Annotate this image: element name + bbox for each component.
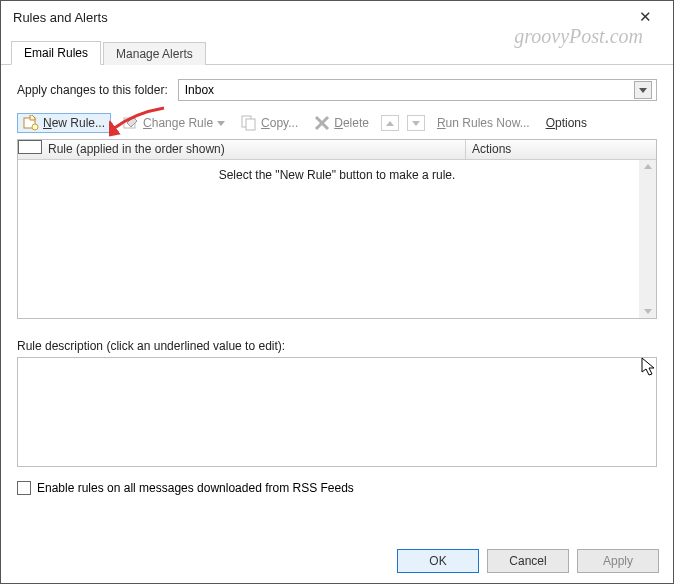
column-checkbox[interactable] (18, 140, 42, 154)
move-up-button[interactable] (381, 115, 399, 131)
description-label: Rule description (click an underlined va… (17, 339, 657, 353)
folder-select[interactable]: Inbox (178, 79, 657, 101)
move-down-button[interactable] (407, 115, 425, 131)
rss-checkbox-label: Enable rules on all messages downloaded … (37, 481, 354, 495)
dropdown-button[interactable] (634, 81, 652, 99)
copy-icon (241, 115, 257, 131)
rss-checkbox[interactable] (17, 481, 31, 495)
tab-email-rules[interactable]: Email Rules (11, 41, 101, 65)
dialog-content: Apply changes to this folder: Inbox New … (1, 65, 673, 505)
change-rule-icon (123, 115, 139, 131)
dialog-footer: OK Cancel Apply (397, 549, 659, 573)
rules-listbox[interactable]: Rule (applied in the order shown) Action… (17, 139, 657, 319)
triangle-up-icon (386, 121, 394, 126)
delete-button[interactable]: Delete (310, 113, 373, 133)
chevron-down-icon (217, 121, 225, 126)
run-rules-label: Run Rules Now... (437, 116, 530, 130)
folder-value: Inbox (185, 83, 634, 97)
title-bar: Rules and Alerts ✕ (1, 1, 673, 33)
new-rule-icon (23, 115, 39, 131)
rules-empty-message: Select the "New Rule" button to make a r… (18, 160, 656, 190)
svg-point-1 (32, 124, 38, 130)
change-rule-label: Change Rule (143, 116, 213, 130)
toolbar: New Rule... Change Rule Copy... Delete R… (17, 113, 657, 133)
chevron-down-icon (639, 88, 647, 93)
copy-button[interactable]: Copy... (237, 113, 302, 133)
window-title: Rules and Alerts (13, 10, 625, 25)
new-rule-button[interactable]: New Rule... (17, 113, 111, 133)
triangle-down-icon (412, 121, 420, 126)
copy-label: Copy... (261, 116, 298, 130)
column-rule[interactable]: Rule (applied in the order shown) (42, 140, 466, 159)
folder-row: Apply changes to this folder: Inbox (17, 79, 657, 101)
new-rule-label: New Rule... (43, 116, 105, 130)
cancel-button[interactable]: Cancel (487, 549, 569, 573)
change-rule-button[interactable]: Change Rule (119, 113, 229, 133)
folder-label: Apply changes to this folder: (17, 83, 168, 97)
delete-label: Delete (334, 116, 369, 130)
description-box[interactable] (17, 357, 657, 467)
svg-rect-4 (246, 119, 255, 130)
options-button[interactable]: Options (542, 114, 591, 132)
scroll-down-icon (644, 309, 652, 314)
options-label: Options (546, 116, 587, 130)
close-button[interactable]: ✕ (625, 8, 665, 26)
rules-header: Rule (applied in the order shown) Action… (18, 140, 656, 160)
rss-checkbox-row[interactable]: Enable rules on all messages downloaded … (17, 481, 657, 495)
tab-strip: Email Rules Manage Alerts (1, 39, 673, 65)
ok-button[interactable]: OK (397, 549, 479, 573)
delete-icon (314, 115, 330, 131)
tab-manage-alerts[interactable]: Manage Alerts (103, 42, 206, 65)
apply-button[interactable]: Apply (577, 549, 659, 573)
run-rules-button[interactable]: Run Rules Now... (433, 114, 534, 132)
column-actions[interactable]: Actions (466, 140, 656, 159)
scroll-up-icon (644, 164, 652, 169)
scrollbar[interactable] (639, 160, 656, 318)
